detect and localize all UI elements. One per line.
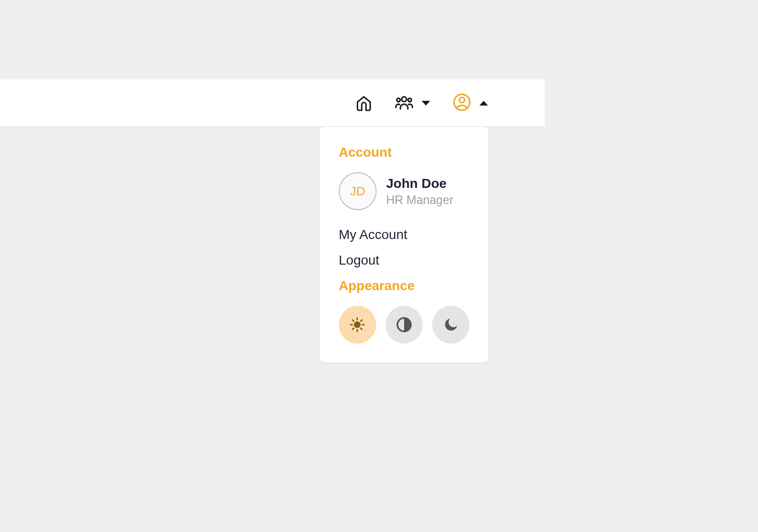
svg-line-12 [352,328,354,330]
contrast-icon [396,317,412,333]
home-icon [355,95,372,112]
chevron-down-icon [422,101,430,106]
chevron-up-icon [479,101,488,106]
theme-dark-button[interactable] [432,306,469,344]
users-nav-item[interactable] [395,93,430,113]
avatar: JD [339,172,377,210]
profile-info: John Doe HR Manager [386,176,453,207]
moon-icon [443,317,459,333]
profile-icon [453,93,471,113]
logout-link[interactable]: Logout [339,253,469,268]
home-nav-item[interactable] [355,95,372,112]
svg-point-2 [408,98,411,101]
profile-row: JD John Doe HR Manager [339,172,469,210]
profile-role: HR Manager [386,193,453,207]
theme-light-button[interactable] [339,306,376,344]
svg-line-11 [361,328,362,330]
users-icon [395,93,413,113]
account-dropdown: Account JD John Doe HR Manager My Accoun… [320,127,488,363]
svg-line-10 [352,320,354,321]
sun-icon [349,317,365,333]
svg-point-0 [402,97,406,101]
navbar [0,80,545,127]
my-account-link[interactable]: My Account [339,227,469,242]
appearance-section-header: Appearance [339,278,469,293]
svg-line-13 [361,320,362,321]
profile-name: John Doe [386,176,453,191]
account-nav-item[interactable] [453,93,488,113]
svg-point-4 [459,97,464,102]
svg-point-5 [355,322,360,327]
appearance-row [339,306,469,344]
svg-point-1 [397,98,400,101]
theme-auto-button[interactable] [386,306,423,344]
account-section-header: Account [339,145,469,160]
